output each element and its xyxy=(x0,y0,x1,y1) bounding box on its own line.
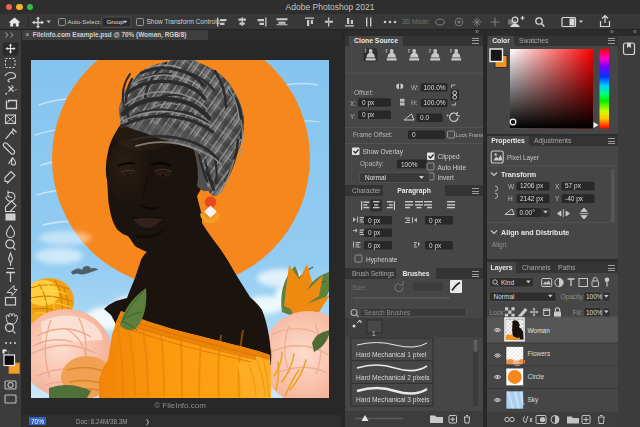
svg-text:Hard Mechanical 3 pixels: Hard Mechanical 3 pixels xyxy=(356,396,430,404)
svg-text:100.0%: 100.0% xyxy=(424,83,446,90)
svg-text:Hard Mechanical 2 pixels: Hard Mechanical 2 pixels xyxy=(356,374,430,382)
svg-text:Show Overlay: Show Overlay xyxy=(363,148,404,156)
svg-text:Fill:: Fill: xyxy=(573,309,583,316)
svg-text:1: 1 xyxy=(372,330,376,337)
svg-text:Kind: Kind xyxy=(501,279,514,286)
svg-text:100%: 100% xyxy=(401,160,418,167)
svg-text:Frame Offset:: Frame Offset: xyxy=(353,131,393,138)
svg-text:X:: X: xyxy=(350,99,356,106)
svg-text:0 px: 0 px xyxy=(429,217,442,225)
svg-text:57 px: 57 px xyxy=(565,182,582,190)
svg-text:Align and Distribute: Align and Distribute xyxy=(501,228,569,237)
svg-text:Y:: Y: xyxy=(350,112,356,119)
svg-text:Auto Hide: Auto Hide xyxy=(438,163,467,170)
svg-text:0.00°: 0.00° xyxy=(520,209,536,216)
svg-text:Hyphenate: Hyphenate xyxy=(366,256,398,264)
svg-text:0 px: 0 px xyxy=(429,242,442,250)
svg-text:H: H xyxy=(508,195,513,202)
svg-text:0 px: 0 px xyxy=(362,98,375,106)
svg-text:100%: 100% xyxy=(586,293,603,300)
svg-text:0 px: 0 px xyxy=(368,229,381,237)
svg-text:W: W xyxy=(508,183,515,190)
svg-text:Opacity:: Opacity: xyxy=(561,293,585,301)
svg-text:Size:: Size: xyxy=(352,284,367,291)
svg-text:Group: Group xyxy=(107,18,125,25)
svg-text:100.0%: 100.0% xyxy=(424,99,446,106)
svg-text:W:: W: xyxy=(411,83,419,90)
svg-text:Offset:: Offset: xyxy=(354,89,373,96)
svg-text:Lock:: Lock: xyxy=(490,309,506,316)
svg-text:H:: H: xyxy=(411,99,418,106)
svg-text:Opacity:: Opacity: xyxy=(360,160,384,168)
svg-text:Normal: Normal xyxy=(494,293,516,300)
svg-text:3D Mode:: 3D Mode: xyxy=(402,18,430,25)
svg-text:-40 px: -40 px xyxy=(565,195,584,203)
svg-text:2142 px: 2142 px xyxy=(520,195,544,203)
svg-text:Flowers: Flowers xyxy=(528,350,552,357)
svg-text:0 px: 0 px xyxy=(368,217,381,225)
svg-text:100%: 100% xyxy=(586,309,603,316)
svg-text:Hard Mechanical 1 pixel: Hard Mechanical 1 pixel xyxy=(356,351,427,359)
svg-text:Lock Frame: Lock Frame xyxy=(456,132,484,138)
svg-text:Y: Y xyxy=(555,195,560,202)
svg-text:Align:: Align: xyxy=(492,241,508,249)
svg-text:0: 0 xyxy=(412,131,416,138)
svg-text:Normal: Normal xyxy=(365,174,387,181)
svg-text:Search Brushes: Search Brushes xyxy=(364,309,411,316)
svg-text:Invert: Invert xyxy=(438,173,454,180)
svg-text:Sky: Sky xyxy=(528,396,540,404)
svg-text:X: X xyxy=(555,183,560,190)
svg-text:Pixel Layer: Pixel Layer xyxy=(507,154,540,162)
svg-text:Clipped: Clipped xyxy=(438,153,460,161)
svg-text:Woman: Woman xyxy=(528,327,551,334)
svg-text:Circle: Circle xyxy=(528,373,545,380)
svg-text:Show Transform Controls: Show Transform Controls xyxy=(147,18,221,25)
svg-text:0 px: 0 px xyxy=(362,111,375,119)
svg-text:0 px: 0 px xyxy=(368,242,381,250)
svg-text:1206 px: 1206 px xyxy=(520,182,544,190)
svg-text:0.0: 0.0 xyxy=(420,114,429,121)
svg-text:Transform: Transform xyxy=(501,170,536,179)
svg-text:Auto-Select:: Auto-Select: xyxy=(68,18,102,25)
